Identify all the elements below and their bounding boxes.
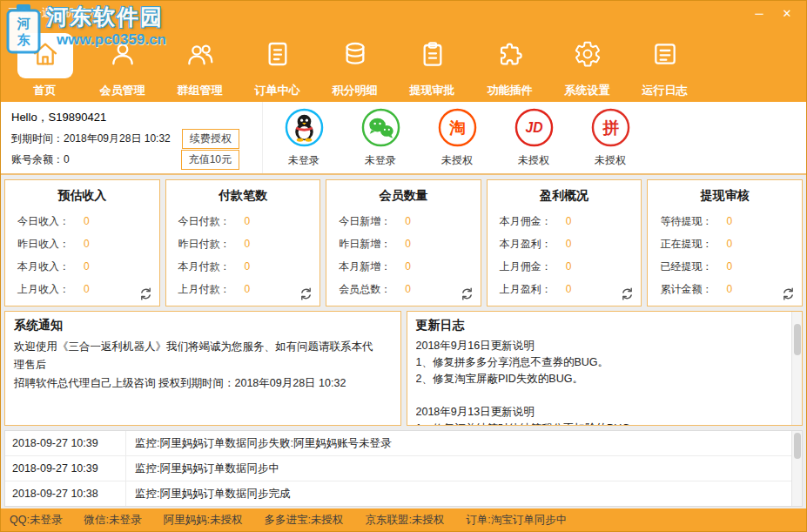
status-alimama: 阿里妈妈:未授权: [163, 513, 242, 528]
nav-item-settings[interactable]: 系统设置: [548, 25, 626, 102]
nav-label: 首页: [34, 83, 57, 98]
stat-value: 0: [245, 260, 251, 273]
stat-card-title: 会员数量: [326, 188, 481, 204]
refresh-icon[interactable]: [781, 286, 796, 301]
system-notice-title: 系统通知: [14, 318, 392, 333]
changelog-line: 2、修复淘宝屏蔽PID失效的BUG。: [416, 371, 782, 387]
status-qq: QQ:未登录: [10, 513, 62, 528]
changelog-line: 1、修复订单结算时待结算积分不扣除的BUG。: [416, 421, 782, 426]
stat-value: 0: [245, 283, 251, 295]
stat-card-payments: 付款笔数 今日付款：0 昨日付款：0 本月付款：0 上月付款：0: [165, 179, 321, 306]
changelog-panel: 更新日志 2018年9月16日更新说明 1、修复拼多多分享消息不查券的BUG。 …: [407, 311, 804, 426]
stat-value: 0: [566, 215, 572, 227]
notice-line: 欢迎使用《三合一返利机器人》我们将竭诚为您服务、如有问题请联系本代理售后: [14, 338, 380, 374]
stat-card-title: 盈利概况: [488, 188, 642, 204]
stat-value: 0: [726, 238, 732, 250]
log-scrollbar[interactable]: [791, 431, 802, 506]
stat-card-income: 预估收入 今日收入：0 昨日收入：0 本月收入：0 上月收入：0: [4, 179, 160, 306]
changelog-line: 2018年9月13日更新说明: [416, 404, 782, 421]
system-notice-panel: 系统通知 欢迎使用《三合一返利机器人》我们将竭诚为您服务、如有问题请联系本代理售…: [4, 311, 401, 426]
status-jd-union: 京东联盟:未授权: [365, 513, 444, 528]
stat-value: 0: [84, 238, 90, 250]
nav-item-withdrawals[interactable]: 提现审批: [393, 25, 471, 102]
nav-item-logs[interactable]: 运行日志: [626, 25, 703, 102]
platform-wechat[interactable]: 未登录: [355, 108, 406, 168]
log-row[interactable]: 2018-09-27 10:39 监控:阿里妈妈订单数据同步失败:阿里妈妈账号未…: [5, 431, 802, 456]
main-content: Hello，S19890421 到期时间：2018年09月28日 10:32 续…: [1, 102, 806, 508]
stat-value: 0: [566, 283, 572, 295]
account-greeting: Hello，S19890421: [11, 107, 252, 128]
stat-card-title: 提现审核: [648, 188, 802, 204]
status-wechat: 微信:未登录: [84, 513, 141, 528]
log-time: 2018-09-27 10:39: [5, 431, 125, 455]
platform-pinduoduo[interactable]: 拼 未授权: [585, 108, 636, 168]
log-row[interactable]: 2018-09-27 10:39 监控:阿里妈妈订单数据同步中: [5, 456, 802, 481]
pinduoduo-status: 未授权: [595, 153, 626, 168]
refresh-icon[interactable]: [138, 286, 153, 301]
close-button[interactable]: ✕: [775, 3, 799, 23]
changelog-scrollbar[interactable]: [791, 312, 802, 425]
stat-card-withdrawals: 提现审核 等待提现：0 正在提现：0 已经提现：0 累计金额：0: [647, 179, 803, 306]
changelog-title: 更新日志: [416, 318, 794, 333]
log-time: 2018-09-27 10:39: [5, 456, 125, 481]
qq-status: 未登录: [288, 153, 319, 168]
scrollbar-thumb[interactable]: [794, 324, 801, 355]
stat-card-title: 预估收入: [5, 188, 159, 204]
group-icon: [186, 40, 214, 71]
changelog-line: [416, 387, 782, 404]
nav-label: 系统设置: [565, 83, 610, 98]
nav-item-plugins[interactable]: 功能插件: [471, 25, 548, 102]
stat-card-members: 会员数量 今日新增：0 昨日新增：0 本月新增：0 会员总数：0: [326, 179, 481, 306]
member-icon: [109, 40, 137, 71]
qq-icon: [285, 108, 324, 151]
account-panel: Hello，S19890421 到期时间：2018年09月28日 10:32 续…: [1, 102, 806, 175]
refresh-icon[interactable]: [299, 286, 313, 301]
stat-card-title: 付款笔数: [166, 188, 320, 204]
log-time: 2018-09-27 10:38: [5, 481, 125, 506]
renew-license-button[interactable]: 续费授权: [182, 129, 239, 149]
stat-value: 0: [405, 283, 411, 295]
nav-label: 订单中心: [255, 83, 300, 98]
refresh-icon[interactable]: [460, 286, 474, 301]
main-nav: 首页 会员管理 群组管理 订单中心 积分明细 提现审批 功能插件 系统设置: [1, 25, 806, 102]
nav-item-home[interactable]: 首页: [6, 25, 84, 102]
expiry-label: 到期时间：: [11, 131, 64, 146]
log-message: 监控:阿里妈妈订单数据同步失败:阿里妈妈账号未登录: [125, 431, 802, 455]
log-message: 监控:阿里妈妈订单数据同步中: [125, 456, 802, 481]
log-icon: [651, 40, 679, 71]
status-order-sync: 订单:淘宝订单同步中: [466, 513, 567, 528]
wechat-icon: [361, 108, 400, 151]
nav-item-points[interactable]: 积分明细: [316, 25, 393, 102]
stat-value: 0: [405, 215, 411, 227]
plugin-icon: [496, 40, 524, 71]
nav-item-orders[interactable]: 订单中心: [239, 25, 316, 102]
minimize-button[interactable]: ─: [747, 3, 771, 23]
nav-item-members[interactable]: 会员管理: [84, 25, 161, 102]
scrollbar-thumb[interactable]: [794, 433, 801, 459]
recharge-button[interactable]: 充值10元: [181, 150, 239, 170]
platform-taobao[interactable]: 淘 未授权: [432, 108, 482, 168]
platform-jd[interactable]: JD 未授权: [508, 108, 559, 168]
status-duoduo: 多多进宝:未授权: [264, 513, 343, 528]
taobao-icon: 淘: [438, 108, 477, 151]
app-window: 三合一返利机器人 ─ ✕ 首页 会员管理 群组管理 订单中心 积分明细: [0, 0, 807, 532]
stat-value: 0: [84, 260, 90, 273]
stat-card-profit: 盈利概况 本月佣金：0 本月盈利：0 上月佣金：0 上月盈利：0: [487, 179, 642, 306]
changelog-line: 2018年9月16日更新说明: [416, 338, 782, 354]
nav-item-groups[interactable]: 群组管理: [161, 25, 239, 102]
points-icon: [341, 40, 369, 71]
refresh-icon[interactable]: [620, 286, 635, 301]
svg-text:淘: 淘: [448, 118, 466, 137]
balance-label: 账号余额：: [11, 152, 64, 167]
stat-value: 0: [245, 215, 251, 227]
nav-label: 提现审批: [410, 83, 455, 98]
stat-value: 0: [405, 238, 411, 250]
log-row[interactable]: 2018-09-27 10:38 监控:阿里妈妈订单数据同步完成: [5, 481, 802, 507]
stat-value: 0: [726, 260, 732, 273]
platform-qq[interactable]: 未登录: [279, 108, 329, 168]
expiry-value: 2018年09月28日 10:32: [64, 131, 171, 146]
wechat-status: 未登录: [365, 153, 396, 168]
stat-value: 0: [566, 260, 572, 273]
monitor-log-table: 2018-09-27 10:39 监控:阿里妈妈订单数据同步失败:阿里妈妈账号未…: [4, 430, 803, 507]
pinduoduo-icon: 拼: [591, 108, 630, 151]
